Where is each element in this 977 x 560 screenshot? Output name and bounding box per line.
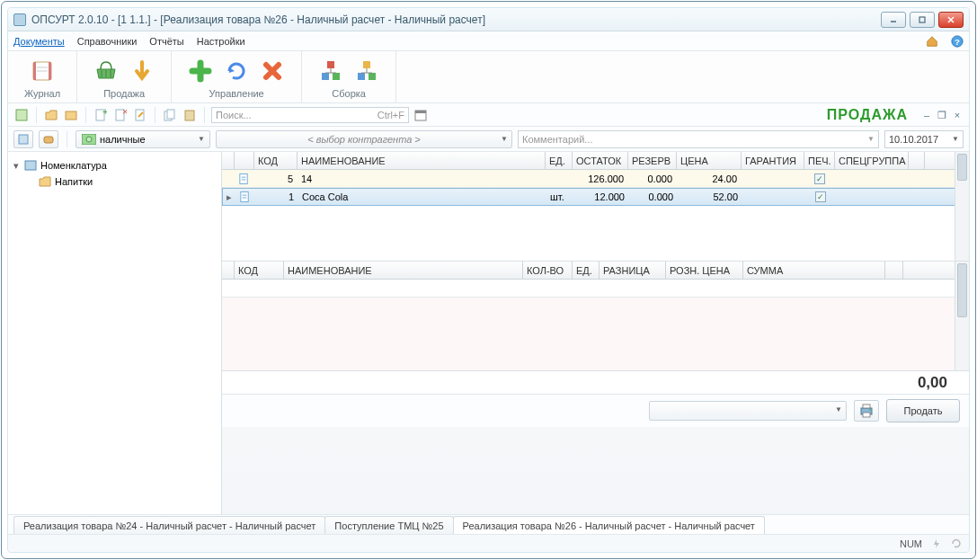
- basket-icon: [93, 58, 119, 84]
- counterparty-select[interactable]: < выбор контрагента > ▼: [216, 130, 512, 148]
- tab-doc-24[interactable]: Реализация товара №24 - Наличный расчет …: [13, 516, 325, 534]
- tb-calendar-icon[interactable]: [413, 107, 429, 123]
- menu-reports[interactable]: Отчёты: [149, 36, 183, 47]
- col-stock[interactable]: ОСТАТОК: [573, 152, 628, 169]
- search-shortcut: Ctrl+F: [377, 110, 404, 120]
- svg-rect-37: [44, 137, 53, 143]
- ribbon-group-management: Управление: [172, 51, 302, 102]
- app-icon: [13, 13, 26, 26]
- tab-doc-26[interactable]: Реализация товара №26 - Наличный расчет …: [453, 516, 765, 534]
- tree-child-drinks[interactable]: Напитки: [12, 173, 218, 190]
- scrollbar[interactable]: [955, 262, 969, 370]
- svg-rect-7: [33, 62, 36, 80]
- tb-paste-icon[interactable]: [182, 107, 198, 123]
- row-marker-icon: ▸: [223, 191, 235, 203]
- inner-minimize-icon[interactable]: –: [920, 109, 933, 121]
- table-row[interactable]: 5 14 126.000 0.000 24.00: [222, 170, 969, 188]
- tb-doc-delete-icon[interactable]: ×: [112, 107, 129, 123]
- tb-doc-new-icon[interactable]: +: [93, 107, 109, 123]
- svg-text:+: +: [102, 109, 107, 117]
- close-button[interactable]: [938, 12, 964, 28]
- table-row[interactable]: [222, 280, 969, 298]
- print-button[interactable]: [854, 400, 879, 422]
- tree-root[interactable]: ▾ Номенклатура: [12, 157, 218, 173]
- tb-folder-open-icon[interactable]: [43, 107, 59, 123]
- col-qty[interactable]: КОЛ-ВО: [523, 262, 573, 279]
- svg-point-39: [86, 137, 92, 142]
- ribbon-label-sale: Продажа: [103, 88, 145, 99]
- help-icon[interactable]: ?: [951, 35, 964, 48]
- svg-text:×: ×: [122, 109, 127, 117]
- col-rprice[interactable]: РОЗН. ЦЕНА: [666, 262, 743, 279]
- svg-rect-20: [358, 73, 365, 80]
- col-code[interactable]: КОД: [235, 262, 284, 279]
- ribbon: Журнал Продажа Управление: [8, 51, 969, 103]
- sell-button[interactable]: Продать: [886, 399, 960, 422]
- home-icon[interactable]: [926, 35, 938, 48]
- refresh-icon[interactable]: [224, 58, 249, 84]
- print-checkbox[interactable]: [815, 191, 826, 202]
- svg-point-50: [869, 409, 871, 411]
- action-bar: ▼ Продать: [222, 395, 969, 427]
- plus-icon[interactable]: [188, 58, 213, 84]
- ribbon-group-sale[interactable]: Продажа: [77, 51, 172, 102]
- assembly-icon-1[interactable]: [318, 58, 343, 84]
- payment-type-select[interactable]: наличные ▼: [75, 130, 210, 148]
- total-bar: 0,00: [222, 371, 969, 395]
- document-icon: [238, 173, 250, 185]
- inner-restore-icon[interactable]: ❐: [936, 109, 948, 121]
- comment-input[interactable]: Комментарий... ▼: [518, 130, 879, 148]
- menu-documents[interactable]: Документы: [13, 36, 65, 47]
- filter-btn-1[interactable]: [13, 130, 33, 148]
- filter-btn-2[interactable]: [39, 130, 58, 148]
- col-spec[interactable]: СПЕЦГРУППА: [835, 152, 909, 169]
- products-grid-header: КОД НАИМЕНОВАНИЕ ЕД. ОСТАТОК РЕЗЕРВ ЦЕНА…: [222, 152, 969, 170]
- tree-collapse-icon[interactable]: ▾: [12, 160, 21, 172]
- svg-rect-21: [369, 73, 376, 80]
- tab-doc-25[interactable]: Поступление ТМЦ №25: [324, 516, 453, 534]
- col-warranty[interactable]: ГАРАНТИЯ: [742, 152, 804, 169]
- tb-new-icon[interactable]: [13, 107, 30, 123]
- col-code[interactable]: КОД: [254, 152, 298, 169]
- products-grid: КОД НАИМЕНОВАНИЕ ЕД. ОСТАТОК РЕЗЕРВ ЦЕНА…: [222, 152, 969, 262]
- cash-icon: [82, 134, 96, 145]
- svg-rect-33: [185, 111, 194, 120]
- ribbon-group-journal[interactable]: Журнал: [8, 51, 77, 102]
- tb-copy-icon[interactable]: [162, 107, 178, 123]
- svg-rect-36: [19, 135, 28, 144]
- window-title: ОПСУРТ 2.0.10 - [1 1.1.] - [Реализация т…: [31, 13, 485, 26]
- search-input[interactable]: Поиск... Ctrl+F: [211, 107, 409, 123]
- menu-settings[interactable]: Настройки: [197, 36, 245, 47]
- col-diff[interactable]: РАЗНИЦА: [600, 262, 666, 279]
- print-checkbox[interactable]: [814, 173, 825, 184]
- table-row[interactable]: ▸ 1 Coca Cola шт. 12.000 0.000 52.00: [222, 188, 969, 206]
- chevron-down-icon: ▼: [195, 135, 208, 143]
- menu-catalogs[interactable]: Справочники: [77, 36, 138, 47]
- inner-close-icon[interactable]: ×: [951, 109, 964, 121]
- col-print[interactable]: ПЕЧ.: [804, 152, 835, 169]
- col-unit[interactable]: ЕД.: [573, 262, 600, 279]
- mode-label: ПРОДАЖА: [827, 107, 908, 123]
- payment-type-label: наличные: [100, 134, 146, 145]
- printer-select[interactable]: ▼: [649, 401, 847, 421]
- delete-icon[interactable]: [260, 58, 285, 84]
- minimize-button[interactable]: [881, 12, 906, 28]
- col-unit[interactable]: ЕД.: [546, 152, 573, 169]
- maximize-button[interactable]: [910, 12, 935, 28]
- total-value: 0,00: [918, 374, 947, 392]
- col-name[interactable]: НАИМЕНОВАНИЕ: [298, 152, 546, 169]
- col-sum[interactable]: СУММА: [743, 262, 885, 279]
- date-input[interactable]: 10.10.2017 ▼: [884, 130, 964, 148]
- col-price[interactable]: ЦЕНА: [677, 152, 742, 169]
- svg-rect-24: [16, 110, 27, 120]
- assembly-icon-2[interactable]: [354, 58, 379, 84]
- svg-rect-14: [327, 61, 334, 68]
- col-name[interactable]: НАИМЕНОВАНИЕ: [284, 262, 523, 279]
- tb-doc-edit-icon[interactable]: [132, 107, 148, 123]
- tb-folder-icon[interactable]: [63, 107, 79, 123]
- document-icon: [239, 191, 251, 203]
- scrollbar[interactable]: [955, 152, 969, 261]
- svg-rect-44: [241, 191, 248, 201]
- col-reserve[interactable]: РЕЗЕРВ: [628, 152, 677, 169]
- svg-rect-8: [49, 62, 51, 80]
